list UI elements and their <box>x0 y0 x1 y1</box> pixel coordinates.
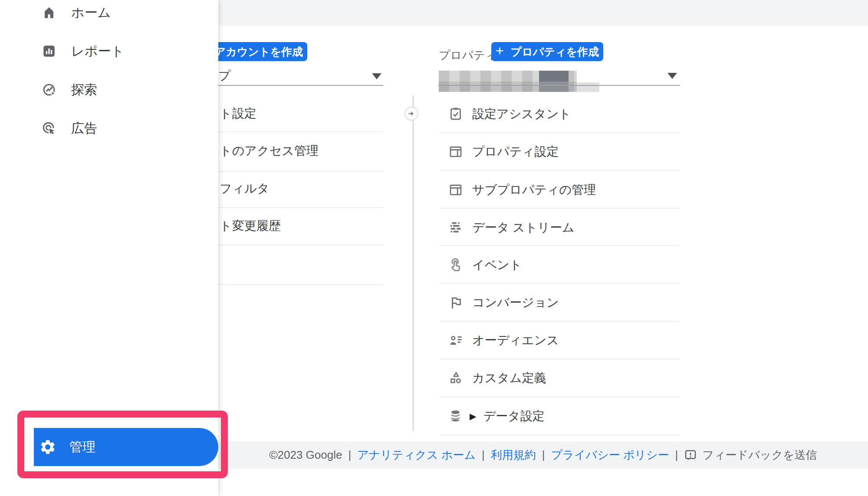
account-selector[interactable]: プ <box>218 68 231 84</box>
footer-link-analytics-home[interactable]: アナリティクス ホーム <box>357 447 476 463</box>
navigation-drawer: ホーム レポート <box>0 0 218 496</box>
explore-icon <box>42 82 56 97</box>
property-item-subproperty-management[interactable]: サブプロパティの管理 <box>448 174 681 206</box>
property-item-label: イベント <box>472 257 522 273</box>
sidebar-item-admin[interactable]: 管理 <box>34 428 218 466</box>
footer-separator: | <box>348 448 351 462</box>
divider <box>440 359 680 359</box>
account-item-filters[interactable]: フィルタ <box>220 173 385 204</box>
audiences-icon <box>448 333 464 348</box>
divider <box>440 283 680 284</box>
sidebar-item-home[interactable]: ホーム <box>0 0 218 25</box>
sidebar-item-explore[interactable]: 探索 <box>0 77 218 102</box>
gear-icon <box>39 438 56 456</box>
footer-separator: | <box>482 448 485 462</box>
subproperty-management-icon <box>448 182 464 198</box>
divider <box>440 434 680 435</box>
property-selector-censored-tail <box>577 82 599 92</box>
account-selector-caret-icon[interactable] <box>372 73 381 79</box>
account-item-label: フィルタ <box>220 180 270 197</box>
plus-icon: + <box>496 44 504 58</box>
property-selector-censored-dark <box>539 71 569 92</box>
property-column-heading: プロパティ <box>439 48 496 63</box>
create-account-label: アカウントを作成 <box>215 45 303 59</box>
ga-admin-page: + アカウントを作成 プ ト設定 トのアクセス管理 フィルタ ト変更履歴 プロパ… <box>0 0 868 496</box>
data-streams-icon <box>448 220 464 235</box>
property-item-data-streams[interactable]: データ ストリーム <box>448 212 681 243</box>
account-item-hidden[interactable] <box>220 249 385 280</box>
footer-link-privacy[interactable]: プライバシー ポリシー <box>551 447 669 463</box>
divider <box>440 170 680 171</box>
property-item-label: カスタム定義 <box>472 370 546 386</box>
ads-icon <box>42 121 56 136</box>
sidebar-item-label: 広告 <box>71 120 97 137</box>
divider <box>200 207 383 208</box>
create-property-label: プロパティを作成 <box>511 45 599 59</box>
sidebar-item-reports[interactable]: レポート <box>0 39 218 64</box>
divider <box>200 284 383 285</box>
sidebar-item-admin-label: 管理 <box>69 438 95 456</box>
collapse-column-button[interactable] <box>404 107 418 121</box>
conversions-icon <box>448 295 464 310</box>
divider <box>440 397 680 398</box>
property-selector-underline <box>438 85 680 86</box>
setup-assistant-icon <box>448 106 464 122</box>
divider <box>440 208 680 209</box>
footer: ©2023 Google | アナリティクス ホーム | 利用規約 | プライバ… <box>218 441 868 469</box>
footer-copyright: ©2023 Google <box>269 448 342 462</box>
footer-link-terms[interactable]: 利用規約 <box>491 447 536 463</box>
property-selector-caret-icon[interactable] <box>667 73 677 79</box>
home-icon <box>42 5 56 20</box>
arrow-right-icon <box>407 109 416 118</box>
account-item-label: ト変更履歴 <box>220 218 281 234</box>
property-item-custom-definitions[interactable]: カスタム定義 <box>448 362 681 394</box>
footer-feedback[interactable]: フィードバックを送信 <box>684 447 817 463</box>
account-item-label: トのアクセス管理 <box>220 143 319 159</box>
account-item-label: ト設定 <box>220 105 256 122</box>
property-item-label: オーディエンス <box>472 332 559 349</box>
sidebar-item-label: 探索 <box>71 81 97 99</box>
property-item-label: データ ストリーム <box>472 219 575 236</box>
sidebar-item-label: レポート <box>71 42 124 60</box>
divider <box>440 321 680 322</box>
property-item-label: コンバージョン <box>472 294 559 311</box>
divider <box>200 131 383 132</box>
property-item-label: データ設定 <box>483 408 544 424</box>
property-item-data-settings[interactable]: ▶ データ設定 <box>448 401 681 432</box>
property-item-label: サブプロパティの管理 <box>472 182 596 198</box>
custom-definitions-icon <box>448 370 464 386</box>
data-settings-icon <box>448 408 464 424</box>
property-item-label: プロパティ設定 <box>472 144 559 160</box>
feedback-icon <box>684 449 697 462</box>
property-item-property-settings[interactable]: プロパティ設定 <box>448 136 681 167</box>
account-item-settings[interactable]: ト設定 <box>220 98 385 129</box>
reports-icon <box>42 44 56 59</box>
footer-separator: | <box>675 448 678 462</box>
column-divider <box>413 95 414 431</box>
property-item-events[interactable]: イベント <box>448 249 681 281</box>
account-item-change-history[interactable]: ト変更履歴 <box>220 210 385 241</box>
sidebar-item-label: ホーム <box>71 4 111 22</box>
sidebar-item-advertising[interactable]: 広告 <box>0 116 218 141</box>
property-item-setup-assistant[interactable]: 設定アシスタント <box>448 98 681 130</box>
property-item-audiences[interactable]: オーディエンス <box>448 325 681 356</box>
expand-arrow-icon[interactable]: ▶ <box>470 411 476 421</box>
property-item-label: 設定アシスタント <box>472 106 571 122</box>
account-item-access-management[interactable]: トのアクセス管理 <box>220 135 385 166</box>
create-property-button[interactable]: + プロパティを作成 <box>491 42 603 61</box>
events-icon <box>448 257 464 273</box>
divider <box>440 132 680 133</box>
footer-separator: | <box>542 448 545 462</box>
divider <box>200 171 383 172</box>
account-selector-underline <box>200 85 383 86</box>
property-item-conversions[interactable]: コンバージョン <box>448 287 681 318</box>
divider <box>200 245 383 245</box>
divider <box>440 245 680 246</box>
property-settings-icon <box>448 144 464 160</box>
footer-feedback-label: フィードバックを送信 <box>702 447 817 463</box>
